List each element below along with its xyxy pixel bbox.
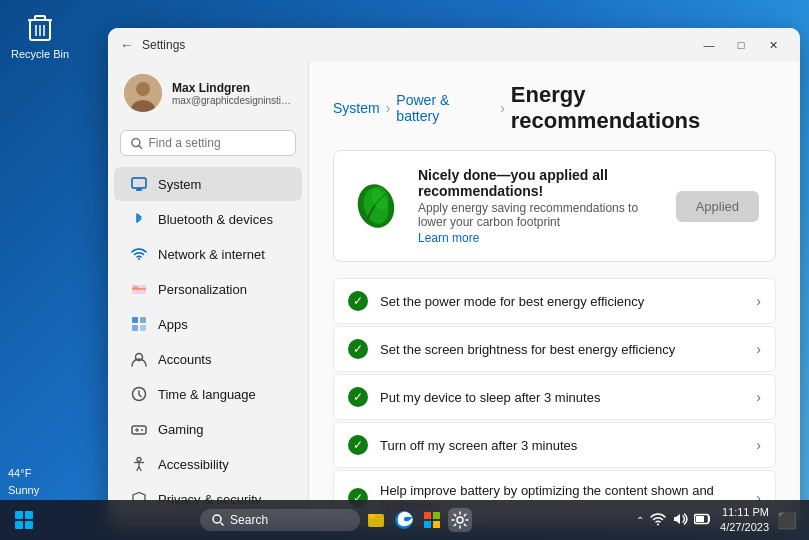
recommendation-item[interactable]: ✓ Put my device to sleep after 3 minutes… bbox=[333, 374, 776, 420]
time-icon bbox=[130, 385, 148, 403]
sidebar-item-apps[interactable]: Apps bbox=[114, 307, 302, 341]
svg-rect-47 bbox=[696, 516, 704, 522]
svg-line-10 bbox=[139, 145, 142, 148]
taskbar-settings-active[interactable] bbox=[448, 508, 472, 532]
volume-icon[interactable] bbox=[672, 512, 688, 529]
title-bar: ← Settings — □ ✕ bbox=[108, 28, 800, 62]
content-area: System › Power & battery › Energy recomm… bbox=[308, 62, 800, 526]
svg-point-35 bbox=[213, 515, 221, 523]
battery-icon[interactable] bbox=[694, 513, 712, 528]
svg-point-9 bbox=[132, 138, 140, 146]
sidebar-item-bluetooth[interactable]: Bluetooth & devices bbox=[114, 202, 302, 236]
breadcrumb-power[interactable]: Power & battery bbox=[396, 92, 494, 124]
breadcrumb-energy: Energy recommendations bbox=[511, 82, 776, 134]
taskbar-left bbox=[12, 508, 36, 532]
svg-rect-41 bbox=[433, 512, 440, 519]
taskbar-edge[interactable] bbox=[392, 508, 416, 532]
taskbar-right: ⌃ bbox=[636, 505, 797, 536]
sidebar-label-bluetooth: Bluetooth & devices bbox=[158, 212, 273, 227]
taskbar-store[interactable] bbox=[420, 508, 444, 532]
recycle-bin-icon[interactable]: Recycle Bin bbox=[8, 8, 72, 60]
sidebar-item-personalization[interactable]: Personalization bbox=[114, 272, 302, 306]
sidebar-label-accounts: Accounts bbox=[158, 352, 211, 367]
leaf-icon bbox=[350, 180, 402, 232]
window-title: Settings bbox=[142, 38, 185, 52]
chevron-right-icon: › bbox=[756, 293, 761, 309]
check-icon: ✓ bbox=[348, 435, 368, 455]
recycle-bin-label: Recycle Bin bbox=[11, 48, 69, 60]
recommendation-item[interactable]: ✓ Set the power mode for best energy eff… bbox=[333, 278, 776, 324]
clock-time: 11:11 PM bbox=[720, 505, 769, 520]
sidebar-item-gaming[interactable]: Gaming bbox=[114, 412, 302, 446]
taskbar-search-icon bbox=[212, 514, 224, 526]
weather-display: 44°F Sunny bbox=[0, 463, 47, 500]
learn-more-link[interactable]: Learn more bbox=[418, 231, 660, 245]
notification-icon[interactable]: ⬛ bbox=[777, 511, 797, 530]
search-box[interactable] bbox=[120, 130, 296, 156]
avatar bbox=[124, 74, 162, 112]
user-email: max@graphicdesigninstitute.com bbox=[172, 95, 292, 106]
chevron-right-icon: › bbox=[756, 389, 761, 405]
recommendation-item[interactable]: ✓ Set the screen brightness for best ene… bbox=[333, 326, 776, 372]
check-icon: ✓ bbox=[348, 339, 368, 359]
user-info: Max Lindgren max@graphicdesigninstitute.… bbox=[172, 81, 292, 106]
svg-rect-19 bbox=[132, 325, 138, 331]
svg-rect-11 bbox=[132, 178, 146, 188]
accounts-icon bbox=[130, 350, 148, 368]
taskbar: Search bbox=[0, 500, 809, 540]
sidebar-item-accounts[interactable]: Accounts bbox=[114, 342, 302, 376]
recycle-bin-image bbox=[22, 8, 58, 44]
taskbar-search[interactable]: Search bbox=[200, 509, 360, 531]
user-name: Max Lindgren bbox=[172, 81, 292, 95]
sidebar: Max Lindgren max@graphicdesigninstitute.… bbox=[108, 62, 308, 526]
rec-subtitle: Apply energy saving recommendations to l… bbox=[418, 201, 660, 229]
sidebar-item-system[interactable]: System bbox=[114, 167, 302, 201]
apps-icon bbox=[130, 315, 148, 333]
svg-point-26 bbox=[141, 429, 143, 431]
back-icon[interactable]: ← bbox=[120, 37, 134, 53]
svg-line-36 bbox=[221, 523, 224, 526]
taskbar-files[interactable] bbox=[364, 508, 388, 532]
bluetooth-icon bbox=[130, 210, 148, 228]
minimize-button[interactable]: — bbox=[694, 33, 724, 57]
sidebar-label-network: Network & internet bbox=[158, 247, 265, 262]
sidebar-item-accessibility[interactable]: Accessibility bbox=[114, 447, 302, 481]
title-bar-left: ← Settings bbox=[120, 37, 185, 53]
applied-button: Applied bbox=[676, 191, 759, 222]
search-icon bbox=[131, 137, 143, 150]
accessibility-icon bbox=[130, 455, 148, 473]
recommendation-list: ✓ Set the power mode for best energy eff… bbox=[333, 278, 776, 526]
svg-point-7 bbox=[136, 82, 150, 96]
maximize-button[interactable]: □ bbox=[726, 33, 756, 57]
tray-chevron[interactable]: ⌃ bbox=[636, 515, 644, 526]
rec-title: Nicely done—you applied all recommendati… bbox=[418, 167, 660, 199]
svg-rect-40 bbox=[424, 512, 431, 519]
svg-point-45 bbox=[657, 523, 659, 525]
recommendation-item[interactable]: ✓ Turn off my screen after 3 minutes › bbox=[333, 422, 776, 468]
sidebar-label-gaming: Gaming bbox=[158, 422, 204, 437]
svg-rect-42 bbox=[424, 521, 431, 528]
user-profile[interactable]: Max Lindgren max@graphicdesigninstitute.… bbox=[108, 62, 308, 124]
sidebar-item-time[interactable]: Time & language bbox=[114, 377, 302, 411]
svg-rect-34 bbox=[25, 521, 33, 529]
close-button[interactable]: ✕ bbox=[758, 33, 788, 57]
taskbar-search-label: Search bbox=[230, 513, 268, 527]
sidebar-label-time: Time & language bbox=[158, 387, 256, 402]
main-content: Max Lindgren max@graphicdesigninstitute.… bbox=[108, 62, 800, 526]
svg-point-44 bbox=[457, 517, 463, 523]
taskbar-clock[interactable]: 11:11 PM 4/27/2023 bbox=[720, 505, 769, 536]
window-controls: — □ ✕ bbox=[694, 33, 788, 57]
system-icon bbox=[130, 175, 148, 193]
rec-item-label: Set the power mode for best energy effic… bbox=[380, 294, 744, 309]
recommendation-header: Nicely done—you applied all recommendati… bbox=[333, 150, 776, 262]
breadcrumb-system[interactable]: System bbox=[333, 100, 380, 116]
chevron-right-icon: › bbox=[756, 437, 761, 453]
start-button[interactable] bbox=[12, 508, 36, 532]
rec-item-label: Set the screen brightness for best energ… bbox=[380, 342, 744, 357]
wifi-icon[interactable] bbox=[650, 512, 666, 529]
sidebar-item-network[interactable]: Network & internet bbox=[114, 237, 302, 271]
search-input[interactable] bbox=[149, 136, 285, 150]
svg-rect-33 bbox=[15, 521, 23, 529]
gaming-icon bbox=[130, 420, 148, 438]
svg-rect-38 bbox=[368, 514, 375, 518]
